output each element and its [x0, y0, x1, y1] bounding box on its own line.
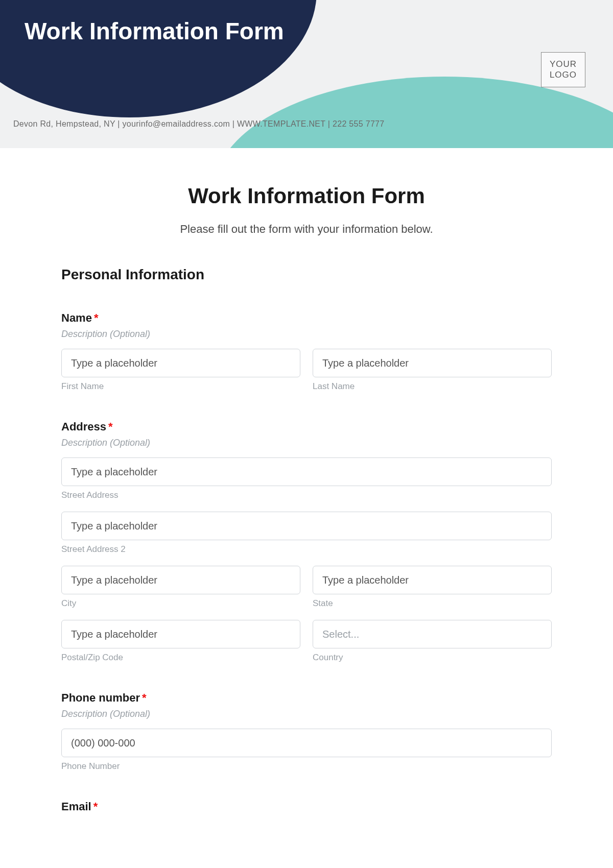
last-name-input[interactable]	[313, 349, 552, 377]
city-sublabel: City	[61, 598, 300, 609]
banner-title: Work Information Form	[25, 17, 284, 45]
logo-line-2: LOGO	[550, 69, 577, 80]
required-mark: *	[142, 691, 147, 704]
state-sublabel: State	[313, 598, 552, 609]
field-group-email: Email*	[61, 800, 552, 813]
section-personal-title: Personal Information	[61, 267, 552, 283]
country-sublabel: Country	[313, 653, 552, 663]
decor-wave-teal-bottom	[215, 77, 613, 148]
address-label-text: Address	[61, 420, 106, 433]
field-group-address: Address* Description (Optional) Street A…	[61, 420, 552, 663]
banner: Work Information Form YOUR LOGO Devon Rd…	[0, 0, 613, 148]
state-input[interactable]	[313, 566, 552, 594]
phone-sublabel: Phone Number	[61, 761, 552, 771]
zip-input[interactable]	[61, 620, 300, 648]
street-address-2-input[interactable]	[61, 512, 552, 540]
phone-description: Description (Optional)	[61, 709, 552, 719]
contact-line: Devon Rd, Hempstead, NY | yourinfo@email…	[13, 119, 385, 129]
form-page: Work Information Form Please fill out th…	[0, 148, 613, 868]
last-name-sublabel: Last Name	[313, 381, 552, 392]
email-label-text: Email	[61, 800, 91, 813]
phone-label-text: Phone number	[61, 691, 140, 704]
zip-sublabel: Postal/Zip Code	[61, 653, 300, 663]
email-label: Email*	[61, 800, 552, 813]
logo-line-1: YOUR	[550, 59, 577, 69]
required-mark: *	[94, 311, 99, 324]
field-group-phone: Phone number* Description (Optional) Pho…	[61, 691, 552, 771]
form-heading: Work Information Form	[61, 184, 552, 208]
field-group-name: Name* Description (Optional) First Name …	[61, 311, 552, 392]
name-description: Description (Optional)	[61, 329, 552, 340]
form-subheading: Please fill out the form with your infor…	[61, 223, 552, 236]
required-mark: *	[108, 420, 113, 433]
street-address-2-sublabel: Street Address 2	[61, 544, 552, 554]
address-label: Address*	[61, 420, 552, 433]
required-mark: *	[93, 800, 98, 813]
country-select-placeholder: Select...	[322, 629, 359, 640]
street-address-input[interactable]	[61, 457, 552, 486]
phone-label: Phone number*	[61, 691, 552, 705]
name-label-text: Name	[61, 311, 92, 324]
name-label: Name*	[61, 311, 552, 325]
city-input[interactable]	[61, 566, 300, 594]
street-address-sublabel: Street Address	[61, 490, 552, 500]
first-name-sublabel: First Name	[61, 381, 300, 392]
phone-input[interactable]	[61, 729, 552, 757]
logo-placeholder: YOUR LOGO	[541, 52, 585, 87]
address-description: Description (Optional)	[61, 438, 552, 448]
first-name-input[interactable]	[61, 349, 300, 377]
country-select[interactable]: Select...	[313, 620, 552, 648]
